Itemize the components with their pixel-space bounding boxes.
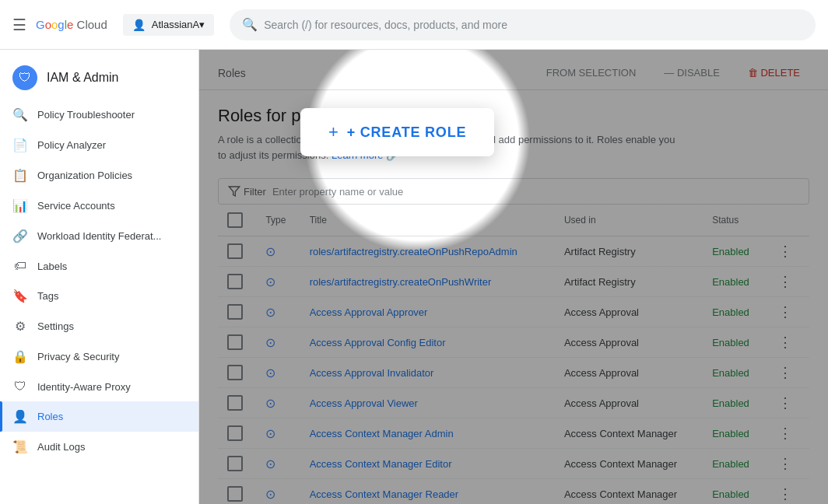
used-in-cell: Access Approval bbox=[555, 358, 703, 388]
row-more-icon[interactable]: ⋮ bbox=[775, 362, 795, 383]
used-in-column-header: Used in bbox=[555, 205, 703, 236]
role-title-link[interactable]: Access Context Manager Reader bbox=[310, 488, 458, 500]
iam-icon: 🛡 bbox=[12, 65, 37, 90]
sidebar-item-tags[interactable]: 🔖 Tags bbox=[0, 281, 198, 311]
list-icon: 📋 bbox=[12, 168, 28, 183]
sidebar-header: 🛡 IAM & Admin bbox=[0, 56, 198, 100]
disable-button[interactable]: — DISABLE bbox=[654, 62, 729, 83]
role-title-link[interactable]: Access Approval Viewer bbox=[310, 397, 418, 409]
row-more-icon[interactable]: ⋮ bbox=[775, 483, 795, 504]
menu-icon[interactable]: ☰ bbox=[12, 16, 26, 34]
row-checkbox[interactable] bbox=[227, 304, 243, 320]
google-cloud-logo: Google Cloud bbox=[36, 18, 107, 31]
sidebar-item-service-accounts[interactable]: 📊 Service Accounts bbox=[0, 191, 198, 221]
type-column-header: Type bbox=[256, 205, 300, 236]
project-selector[interactable]: 👤 AtlassianA▾ bbox=[123, 14, 214, 36]
sidebar-label: Workload Identity Federat... bbox=[37, 230, 161, 242]
role-title-link[interactable]: Access Context Manager Editor bbox=[310, 458, 452, 470]
row-checkbox[interactable] bbox=[227, 486, 243, 502]
create-role-button[interactable]: + + CREATE ROLE bbox=[300, 108, 494, 156]
search-bar[interactable]: 🔍 Search (/) for resources, docs, produc… bbox=[230, 9, 816, 40]
status-column-header: Status bbox=[703, 205, 766, 236]
filter-input[interactable] bbox=[272, 186, 799, 198]
used-in-cell: Access Context Manager bbox=[555, 418, 703, 449]
filter-icon: Filter bbox=[228, 185, 266, 198]
row-more-icon[interactable]: ⋮ bbox=[775, 301, 795, 323]
search-icon: 🔍 bbox=[242, 17, 258, 32]
sidebar-label: Tags bbox=[37, 290, 58, 302]
row-checkbox[interactable] bbox=[227, 274, 243, 289]
action-buttons: FROM SELECTION — DISABLE 🗑 DELETE bbox=[537, 62, 809, 83]
main-content: Roles FROM SELECTION — DISABLE 🗑 DELETE … bbox=[199, 50, 828, 504]
table-row: ⊙ Access Context Manager Editor Access C… bbox=[218, 449, 809, 479]
used-in-cell: Artifact Registry bbox=[555, 267, 703, 297]
role-title-link[interactable]: Access Context Manager Admin bbox=[310, 428, 454, 439]
delete-button[interactable]: 🗑 DELETE bbox=[739, 62, 809, 83]
sidebar-label: Labels bbox=[37, 261, 67, 272]
sidebar-item-policy-analyzer[interactable]: 📄 Policy Analyzer bbox=[0, 130, 198, 160]
row-checkbox[interactable] bbox=[227, 425, 243, 441]
table-row: ⊙ roles/artifactregistry.createOnPushRep… bbox=[218, 236, 809, 267]
label-icon: 🏷 bbox=[12, 259, 28, 273]
status-cell: Enabled bbox=[703, 358, 766, 388]
role-title-link[interactable]: Access Approval Approver bbox=[310, 306, 428, 318]
sidebar-label: Audit Logs bbox=[37, 441, 85, 453]
person-icon: 👤 bbox=[12, 409, 28, 424]
role-title-link[interactable]: roles/artifactregistry.createOnPushRepoA… bbox=[310, 246, 518, 257]
role-title-link[interactable]: Access Approval Config Editor bbox=[310, 337, 446, 348]
row-checkbox[interactable] bbox=[227, 365, 243, 380]
row-more-icon[interactable]: ⋮ bbox=[775, 331, 795, 353]
row-more-icon[interactable]: ⋮ bbox=[775, 271, 795, 292]
role-title-link[interactable]: roles/artifactregistry.createOnPushWrite… bbox=[310, 276, 492, 288]
status-cell: Enabled bbox=[703, 449, 766, 479]
row-more-icon[interactable]: ⋮ bbox=[775, 453, 795, 474]
table-row: ⊙ Access Approval Config Editor Access A… bbox=[218, 327, 809, 358]
status-cell: Enabled bbox=[703, 267, 766, 297]
sidebar-title: IAM & Admin bbox=[47, 71, 118, 85]
account-icon: 📊 bbox=[12, 198, 28, 213]
role-type-icon: ⊙ bbox=[265, 488, 275, 501]
used-in-cell: Access Approval bbox=[555, 297, 703, 327]
from-selection-button[interactable]: FROM SELECTION bbox=[537, 62, 646, 83]
sidebar-label: Privacy & Security bbox=[37, 351, 119, 362]
sidebar-item-workload-identity[interactable]: 🔗 Workload Identity Federat... bbox=[0, 221, 198, 251]
row-checkbox[interactable] bbox=[227, 243, 243, 259]
status-cell: Enabled bbox=[703, 236, 766, 267]
used-in-cell: Access Context Manager bbox=[555, 449, 703, 479]
sidebar-item-audit-logs[interactable]: 📜 Audit Logs bbox=[0, 432, 198, 462]
used-in-cell: Artifact Registry bbox=[555, 236, 703, 267]
row-more-icon[interactable]: ⋮ bbox=[775, 422, 795, 444]
sidebar-item-labels[interactable]: 🏷 Labels bbox=[0, 251, 198, 281]
select-all-checkbox[interactable] bbox=[227, 212, 243, 228]
sidebar-item-privacy-security[interactable]: 🔒 Privacy & Security bbox=[0, 341, 198, 372]
row-checkbox[interactable] bbox=[227, 334, 243, 350]
status-cell: Enabled bbox=[703, 418, 766, 449]
role-type-icon: ⊙ bbox=[265, 427, 275, 440]
document-icon: 📄 bbox=[12, 138, 28, 152]
sidebar-item-policy-troubleshooter[interactable]: 🔍 Policy Troubleshooter bbox=[0, 100, 198, 130]
row-more-icon[interactable]: ⋮ bbox=[775, 392, 795, 414]
used-in-cell: Access Context Manager bbox=[555, 479, 703, 505]
role-type-icon: ⊙ bbox=[265, 366, 275, 380]
lock-icon: 🔒 bbox=[12, 349, 28, 364]
row-checkbox[interactable] bbox=[227, 395, 243, 411]
scroll-icon: 📜 bbox=[12, 439, 28, 454]
project-icon: 👤 bbox=[132, 19, 146, 31]
tag-icon: 🔖 bbox=[12, 289, 28, 303]
status-cell: Enabled bbox=[703, 327, 766, 358]
sidebar-item-settings[interactable]: ⚙ Settings bbox=[0, 311, 198, 341]
role-title-link[interactable]: Access Approval Invalidator bbox=[310, 367, 434, 379]
sidebar-item-identity-aware-proxy[interactable]: 🛡 Identity-Aware Proxy bbox=[0, 372, 198, 401]
sidebar-item-roles[interactable]: 👤 Roles bbox=[0, 401, 198, 432]
row-checkbox[interactable] bbox=[227, 456, 243, 471]
roles-table: Type Title Used in Status ⊙ roles/artifa… bbox=[218, 205, 809, 504]
row-more-icon[interactable]: ⋮ bbox=[775, 240, 795, 262]
role-type-icon: ⊙ bbox=[265, 457, 275, 471]
table-row: ⊙ Access Approval Invalidator Access App… bbox=[218, 358, 809, 388]
search-placeholder-text: Search (/) for resources, docs, products… bbox=[264, 19, 507, 31]
topbar: ☰ Google Cloud 👤 AtlassianA▾ 🔍 Search (/… bbox=[0, 0, 828, 50]
role-type-icon: ⊙ bbox=[265, 397, 275, 410]
sidebar-item-organization-policies[interactable]: 📋 Organization Policies bbox=[0, 160, 198, 191]
sidebar-label: Policy Troubleshooter bbox=[37, 109, 135, 121]
page-topbar: Roles FROM SELECTION — DISABLE 🗑 DELETE bbox=[199, 50, 828, 90]
